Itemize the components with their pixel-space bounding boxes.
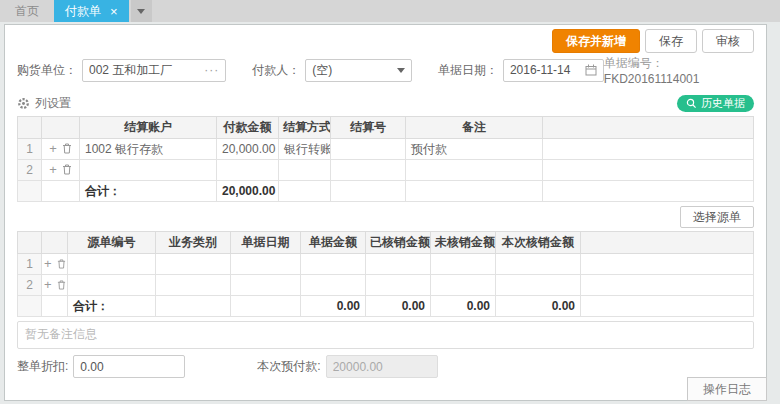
header-note: 备注 [406, 117, 543, 139]
header-amount: 付款金额 [217, 117, 279, 139]
tab-payment-voucher-label: 付款单 [65, 3, 101, 20]
date-label: 单据日期： [438, 62, 498, 79]
cell-blank [42, 181, 80, 202]
cell-number[interactable] [331, 139, 406, 160]
add-row-icon[interactable]: + [49, 163, 57, 176]
doc-number: 单据编号： FKD20161114001 [604, 55, 754, 86]
save-button[interactable]: 保存 [645, 29, 697, 53]
settlement-total-row: 合计： 20,000.00 [18, 181, 754, 202]
search-icon [686, 98, 697, 109]
cell-biz-type[interactable] [156, 254, 231, 275]
cell-blank [231, 296, 301, 317]
header-method: 结算方式 [279, 117, 331, 139]
chevron-down-icon [137, 9, 145, 14]
discount-input[interactable] [73, 355, 185, 378]
select-source-button[interactable]: 选择源单 [680, 206, 754, 228]
cell-account[interactable] [80, 160, 217, 181]
total-label: 合计： [80, 181, 217, 202]
cell-current-settle-amount[interactable] [496, 254, 581, 275]
cell-filler [543, 181, 754, 202]
row-actions: + [42, 275, 68, 296]
cell-method[interactable] [279, 160, 331, 181]
cell-filler [581, 275, 754, 296]
cell-filler [581, 296, 754, 317]
header-blank [18, 117, 42, 139]
total-settled-amount: 0.00 [366, 296, 431, 317]
header-blank [42, 232, 68, 254]
header-unsettled-amount: 未核销金额 [431, 232, 496, 254]
delete-row-icon[interactable] [57, 259, 66, 269]
cell-filler [543, 139, 754, 160]
row-actions: + [42, 139, 80, 160]
header-filler [581, 232, 754, 254]
cell-unsettled-amount[interactable] [431, 275, 496, 296]
cell-doc-amount[interactable] [301, 254, 366, 275]
cell-settled-amount[interactable] [366, 275, 431, 296]
cell-filler [543, 160, 754, 181]
tab-bar: 首页 付款单 × [0, 0, 780, 22]
row-actions: + [42, 160, 80, 181]
header-source-doc-no: 源单编号 [68, 232, 156, 254]
cell-doc-date[interactable] [231, 275, 301, 296]
settlement-table: 结算账户 付款金额 结算方式 结算号 备注 1 + 1002 银行存款 [17, 116, 754, 202]
cell-account[interactable]: 1002 银行存款 [80, 139, 217, 160]
operation-log-button[interactable]: 操作日志 [687, 377, 767, 401]
cell-note[interactable]: 预付款 [406, 139, 543, 160]
row-number: 1 [18, 254, 42, 275]
select-source-row: 选择源单 [17, 206, 754, 228]
delete-row-icon[interactable] [62, 143, 72, 154]
payment-voucher-screen: 首页 付款单 × 保存并新增 保存 审核 购货单位： 002 五和加工厂 ···… [0, 0, 780, 404]
header-biz-type: 业务类别 [156, 232, 231, 254]
cell-current-settle-amount[interactable] [496, 275, 581, 296]
cell-doc-date[interactable] [231, 254, 301, 275]
cell-amount[interactable] [217, 160, 279, 181]
row-number: 1 [18, 139, 42, 160]
payer-select[interactable]: (空) [305, 59, 412, 82]
source-row: 1 + [18, 254, 754, 275]
cell-source-doc-no[interactable] [68, 275, 156, 296]
header-form: 购货单位： 002 五和加工厂 ··· 付款人： (空) 单据日期： 2016-… [17, 58, 754, 82]
cell-note[interactable] [406, 160, 543, 181]
cell-blank [406, 181, 543, 202]
cell-amount[interactable]: 20,000.00 [217, 139, 279, 160]
row-number [18, 296, 42, 317]
cell-source-doc-no[interactable] [68, 254, 156, 275]
delete-row-icon[interactable] [57, 280, 66, 290]
tab-home[interactable]: 首页 [0, 0, 54, 22]
tab-payment-voucher[interactable]: 付款单 × [54, 0, 129, 22]
add-row-icon[interactable]: + [49, 142, 57, 155]
header-current-settle-amount: 本次核销金额 [496, 232, 581, 254]
buyer-field[interactable]: 002 五和加工厂 ··· [82, 59, 226, 82]
source-total-row: 合计： 0.00 0.00 0.00 0.00 [18, 296, 754, 317]
tab-list-dropdown-button[interactable] [131, 0, 152, 22]
remark-textarea[interactable] [17, 321, 754, 349]
date-field[interactable]: 2016-11-14 [503, 59, 604, 82]
calendar-icon[interactable] [585, 64, 597, 76]
add-row-icon[interactable]: + [44, 257, 52, 270]
column-settings-button[interactable]: 列设置 [17, 95, 71, 112]
total-current-settle-amount: 0.00 [496, 296, 581, 317]
row-number: 2 [18, 160, 42, 181]
header-doc-amount: 单据金额 [301, 232, 366, 254]
cell-blank [279, 181, 331, 202]
main-panel: 保存并新增 保存 审核 购货单位： 002 五和加工厂 ··· 付款人： (空)… [4, 24, 767, 401]
toolbar: 保存并新增 保存 审核 [17, 29, 754, 53]
cell-biz-type[interactable] [156, 275, 231, 296]
row-actions: + [42, 254, 68, 275]
cell-doc-amount[interactable] [301, 275, 366, 296]
column-settings-label: 列设置 [35, 95, 71, 112]
save-and-new-button[interactable]: 保存并新增 [552, 29, 640, 53]
close-tab-icon[interactable]: × [110, 5, 118, 18]
history-docs-button[interactable]: 历史单据 [677, 95, 754, 112]
delete-row-icon[interactable] [62, 164, 72, 175]
cell-blank [331, 181, 406, 202]
buyer-lookup-icon[interactable]: ··· [204, 63, 219, 77]
cell-method[interactable]: 银行转账 [279, 139, 331, 160]
add-row-icon[interactable]: + [44, 278, 52, 291]
payer-label: 付款人： [252, 62, 300, 79]
audit-button[interactable]: 审核 [702, 29, 754, 53]
cell-settled-amount[interactable] [366, 254, 431, 275]
cell-unsettled-amount[interactable] [431, 254, 496, 275]
cell-number[interactable] [331, 160, 406, 181]
header-doc-date: 单据日期 [231, 232, 301, 254]
